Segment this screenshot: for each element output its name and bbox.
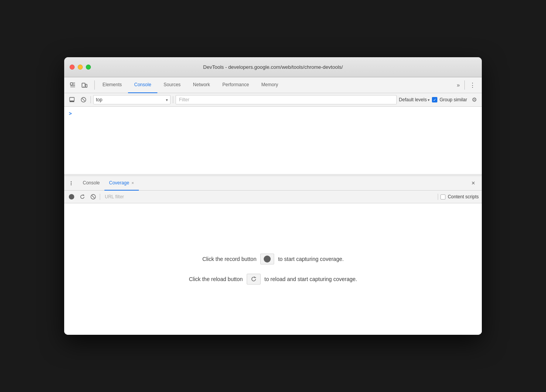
svg-rect-4 (70, 97, 74, 101)
console-toolbar-separator-2 (173, 96, 173, 103)
svg-rect-5 (70, 101, 74, 102)
tab-elements[interactable]: Elements (96, 77, 128, 93)
tab-console[interactable]: Console (128, 77, 157, 93)
toolbar-separator-1 (94, 80, 95, 90)
tab-sources[interactable]: Sources (157, 77, 187, 93)
coverage-toolbar-separator (100, 194, 100, 200)
reload-button-inline[interactable] (247, 274, 261, 285)
content-scripts-label[interactable]: Content scripts (440, 194, 479, 199)
context-selector[interactable]: top ▾ (93, 95, 171, 104)
context-selector-arrow: ▾ (166, 98, 168, 102)
console-settings-button[interactable]: ⚙ (469, 95, 479, 104)
maximize-button[interactable] (86, 65, 91, 70)
toolbar-separator-2 (464, 80, 465, 90)
window-title: DevTools - developers.google.com/web/too… (203, 64, 343, 70)
console-filter-toolbar: top ▾ Default levels ▾ ✓ Group similar ⚙ (64, 93, 482, 107)
svg-point-8 (71, 181, 72, 182)
console-toolbar-separator (90, 96, 91, 103)
svg-line-7 (82, 99, 85, 101)
console-output-area[interactable]: > (64, 107, 482, 176)
coverage-toolbar-separator-2 (438, 194, 438, 200)
minimize-button[interactable] (78, 65, 83, 70)
svg-rect-0 (70, 83, 73, 85)
record-button-inline[interactable] (260, 254, 274, 264)
traffic-lights (70, 65, 91, 70)
inspect-element-button[interactable] (67, 80, 78, 90)
svg-line-12 (92, 196, 95, 198)
coverage-clear-button[interactable] (89, 193, 97, 201)
coverage-reload-button[interactable] (78, 193, 87, 201)
content-scripts-checkbox[interactable] (440, 194, 445, 199)
record-icon (69, 194, 74, 199)
reload-hint: Click the reload button to reload and st… (189, 274, 357, 285)
default-levels-dropdown[interactable]: Default levels ▾ (399, 97, 430, 102)
coverage-record-button[interactable] (67, 193, 76, 201)
drawer-menu-button[interactable] (67, 178, 78, 189)
console-prompt[interactable]: > (69, 111, 72, 116)
svg-point-9 (71, 183, 72, 184)
devtools-nav-tabs: Elements Console Sources Network Perform… (96, 77, 454, 93)
devtools-nav-toolbar: Elements Console Sources Network Perform… (64, 77, 482, 93)
tab-network[interactable]: Network (187, 77, 216, 93)
device-toggle-button[interactable] (79, 80, 90, 90)
tab-memory[interactable]: Memory (255, 77, 284, 93)
drawer-close-button[interactable]: × (468, 178, 479, 189)
coverage-tab-close[interactable]: × (131, 181, 134, 185)
group-similar-checkbox[interactable]: ✓ (432, 97, 437, 102)
console-filter-input[interactable] (176, 95, 397, 104)
coverage-toolbar: Content scripts (64, 191, 482, 203)
close-button[interactable] (70, 65, 75, 70)
url-filter-input[interactable] (102, 193, 435, 201)
titlebar: DevTools - developers.google.com/web/too… (64, 57, 482, 77)
svg-point-3 (83, 86, 84, 87)
drawer-tabs-bar: Console Coverage × × (64, 176, 482, 191)
record-hint: Click the record button to start capturi… (202, 254, 344, 264)
devtools-options-button[interactable]: ⋮ (466, 82, 479, 89)
drawer-tab-coverage[interactable]: Coverage × (104, 176, 138, 191)
svg-point-10 (71, 184, 72, 185)
console-clear-button[interactable] (79, 95, 88, 104)
group-similar-control: ✓ Group similar (432, 97, 467, 102)
tab-performance[interactable]: Performance (216, 77, 255, 93)
record-icon-inline (264, 256, 271, 262)
svg-rect-2 (85, 84, 87, 87)
devtools-window: DevTools - developers.google.com/web/too… (64, 57, 482, 335)
more-tabs-button[interactable]: » (454, 82, 463, 88)
default-levels-arrow: ▾ (428, 98, 430, 102)
devtools-toolbar-icons (67, 80, 90, 90)
coverage-content-area: Click the record button to start capturi… (64, 203, 482, 335)
drawer: Console Coverage × × (64, 176, 482, 335)
console-show-drawer-button[interactable] (67, 95, 77, 104)
drawer-tab-console[interactable]: Console (78, 176, 104, 191)
